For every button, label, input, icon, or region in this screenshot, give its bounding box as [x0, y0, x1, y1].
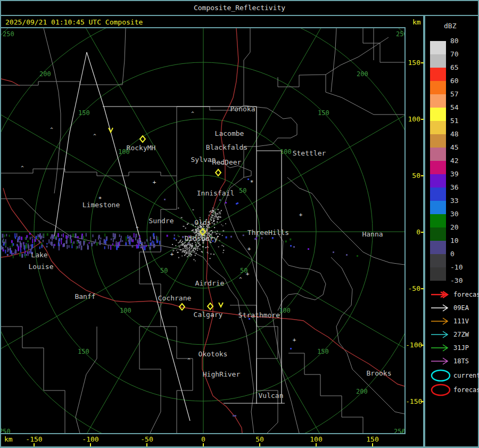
bottom-axis-tick	[372, 443, 373, 446]
range-ring-label: 250	[394, 428, 404, 433]
terrain-echo	[20, 246, 21, 249]
terrain-echo	[70, 239, 71, 241]
terrain-echo	[72, 242, 73, 246]
clutter-echo	[197, 248, 198, 249]
terrain-echo	[71, 239, 72, 243]
terrain-echo	[111, 239, 112, 241]
terrain-echo	[93, 234, 94, 237]
terrain-echo	[76, 246, 77, 249]
terrain-echo	[132, 239, 134, 242]
clutter-echo	[213, 213, 214, 214]
poi-marker-peak: ^	[50, 127, 53, 132]
terrain-echo	[53, 244, 54, 248]
dbz-swatch	[430, 41, 446, 54]
clutter-echo	[211, 217, 212, 218]
clutter-echo	[195, 255, 196, 256]
clutter-echo	[193, 259, 194, 260]
clutter-echo	[195, 244, 197, 245]
terrain-echo	[6, 234, 7, 237]
clutter-echo	[188, 252, 189, 253]
terrain-echo	[46, 243, 47, 245]
terrain-echo	[25, 237, 26, 239]
clutter-echo	[191, 224, 193, 225]
range-ring-label: 250	[1, 428, 11, 433]
clutter-echo	[172, 244, 173, 245]
terrain-echo	[261, 237, 262, 239]
legend-row-label: 31JP	[453, 344, 469, 352]
clutter-echo	[179, 241, 181, 242]
dbz-value-label: 0	[450, 250, 474, 258]
terrain-echo	[9, 235, 10, 237]
111V-arrow-icon	[430, 314, 451, 328]
clutter-echo	[182, 245, 183, 246]
terrain-echo	[77, 236, 79, 238]
terrain-echo	[7, 254, 9, 256]
clutter-echo	[222, 230, 224, 231]
info-bar: 2025/09/21 01:10:45 UTC Composite km	[1, 17, 423, 27]
bottom-axis-tick-label: -150	[22, 435, 46, 443]
clutter-echo	[219, 234, 220, 235]
right-axis-tick	[421, 288, 424, 289]
clutter-echo	[193, 250, 194, 251]
terrain-echo	[81, 246, 82, 250]
city-label: Blackfalds	[206, 143, 247, 151]
terrain-echo	[104, 246, 105, 249]
clutter-echo	[197, 250, 198, 251]
terrain-echo	[50, 237, 51, 239]
terrain-echo	[83, 242, 84, 246]
clutter-echo	[193, 230, 194, 231]
right-axis-tick	[421, 232, 424, 233]
terrain-echo	[104, 233, 105, 237]
dbz-value-label: 33	[450, 197, 474, 205]
radar-map-canvas[interactable]: 2502502502502002002001501501501501001001…	[1, 28, 404, 433]
clutter-echo	[219, 213, 221, 214]
clutter-echo	[179, 246, 180, 247]
clutter-echo	[212, 215, 213, 216]
clutter-echo	[210, 254, 211, 255]
terrain-echo	[142, 245, 143, 248]
terrain-echo	[126, 239, 127, 241]
dbz-swatch	[430, 227, 446, 241]
clutter-echo	[187, 244, 188, 245]
bottom-distance-axis: km -150-100-50050100150	[1, 433, 404, 446]
clutter-echo	[193, 225, 194, 226]
terrain-echo	[44, 233, 45, 238]
terrain-echo	[131, 238, 132, 242]
terrain-echo	[114, 233, 116, 238]
terrain-echo	[178, 235, 179, 237]
terrain-echo	[117, 242, 119, 246]
dbz-swatch	[430, 241, 446, 254]
clutter-echo	[208, 227, 209, 228]
terrain-echo	[3, 239, 4, 240]
clutter-echo	[195, 249, 196, 250]
terrain-echo	[24, 245, 25, 247]
terrain-echo	[59, 246, 60, 250]
terrain-echo	[129, 241, 130, 245]
clutter-echo	[192, 243, 193, 244]
terrain-echo	[4, 234, 5, 237]
range-ring-label: 150	[78, 348, 89, 355]
range-ring-label: 50	[160, 267, 168, 274]
clutter-echo	[187, 256, 188, 257]
terrain-echo	[134, 233, 135, 238]
terrain-echo	[10, 248, 11, 250]
clutter-echo	[212, 211, 213, 213]
radar-map-viewport[interactable]: 2502502502502002002001501501501501001001…	[1, 28, 404, 433]
terrain-echo	[35, 239, 36, 242]
18TS-arrow-icon	[430, 354, 451, 368]
terrain-echo	[160, 247, 161, 250]
dbz-value-label: -30	[450, 277, 474, 284]
clutter-echo	[220, 222, 221, 223]
clutter-echo	[178, 257, 179, 258]
terrain-echo	[21, 237, 22, 240]
city-label: RedDeer	[212, 158, 242, 166]
right-axis-tick	[421, 401, 424, 402]
clutter-echo	[190, 256, 191, 257]
clutter-echo	[188, 223, 189, 224]
terrain-echo	[174, 238, 175, 239]
right-axis-tick	[421, 119, 424, 120]
city-label: Hanna	[362, 230, 383, 238]
terrain-echo	[63, 233, 64, 237]
clutter-echo	[183, 226, 184, 227]
terrain-echo	[58, 234, 59, 238]
